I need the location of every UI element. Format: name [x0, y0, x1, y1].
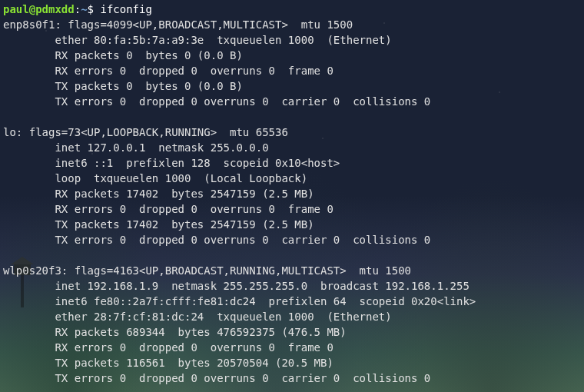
iface-detail-lo-0: inet 127.0.0.1 netmask 255.0.0.0 [3, 140, 581, 155]
iface-detail-wlp0s20f3-1: inet6 fe80::2a7f:cfff:fe81:dc24 prefixle… [3, 294, 581, 309]
prompt-line: paul@pdmxdd:~$ ifconfig [3, 2, 581, 17]
iface-detail-lo-3: RX packets 17402 bytes 2547159 (2.5 MB) [3, 186, 581, 201]
prompt-user: paul [3, 3, 29, 15]
prompt-at: @ [29, 3, 35, 15]
iface-detail-wlp0s20f3-6: TX errors 0 dropped 0 overruns 0 carrier… [3, 370, 581, 386]
iface-detail-enp8s0f1-2: RX errors 0 dropped 0 overruns 0 frame 0 [3, 63, 581, 78]
iface-detail-lo-6: TX errors 0 dropped 0 overruns 0 carrier… [3, 232, 581, 247]
iface-detail-enp8s0f1-0: ether 80:fa:5b:7a:a9:3e txqueuelen 1000 … [3, 32, 581, 48]
iface-detail-wlp0s20f3-3: RX packets 689344 bytes 476592375 (476.5… [3, 324, 581, 340]
iface-detail-lo-4: RX errors 0 dropped 0 overruns 0 frame 0 [3, 201, 581, 217]
prompt-dollar: $ [88, 3, 101, 15]
iface-header-wlp0s20f3: wlp0s20f3: flags=4163<UP,BROADCAST,RUNNI… [3, 263, 581, 278]
iface-header-enp8s0f1: enp8s0f1: flags=4099<UP,BROADCAST,MULTIC… [3, 17, 581, 32]
iface-detail-lo-5: TX packets 17402 bytes 2547159 (2.5 MB) [3, 217, 581, 232]
iface-detail-wlp0s20f3-0: inet 192.168.1.9 netmask 255.255.255.0 b… [3, 278, 581, 294]
iface-detail-enp8s0f1-3: TX packets 0 bytes 0 (0.0 B) [3, 78, 581, 94]
iface-detail-wlp0s20f3-5: TX packets 116561 bytes 20570504 (20.5 M… [3, 355, 581, 370]
terminal-output[interactable]: paul@pdmxdd:~$ ifconfigenp8s0f1: flags=4… [0, 0, 584, 387]
iface-header-lo: lo: flags=73<UP,LOOPBACK,RUNNING> mtu 65… [3, 125, 581, 140]
blank-line [3, 109, 581, 125]
command-text: ifconfig [100, 3, 151, 15]
iface-detail-wlp0s20f3-4: RX errors 0 dropped 0 overruns 0 frame 0 [3, 340, 581, 355]
iface-detail-enp8s0f1-1: RX packets 0 bytes 0 (0.0 B) [3, 48, 581, 63]
iface-detail-lo-1: inet6 ::1 prefixlen 128 scopeid 0x10<hos… [3, 155, 581, 171]
prompt-path: ~ [81, 3, 87, 15]
iface-detail-lo-2: loop txqueuelen 1000 (Local Loopback) [3, 171, 581, 186]
blank-line [3, 247, 581, 263]
prompt-colon: : [75, 3, 81, 15]
prompt-host: pdmxdd [35, 3, 75, 15]
iface-detail-enp8s0f1-4: TX errors 0 dropped 0 overruns 0 carrier… [3, 94, 581, 109]
iface-detail-wlp0s20f3-2: ether 28:7f:cf:81:dc:24 txqueuelen 1000 … [3, 309, 581, 324]
